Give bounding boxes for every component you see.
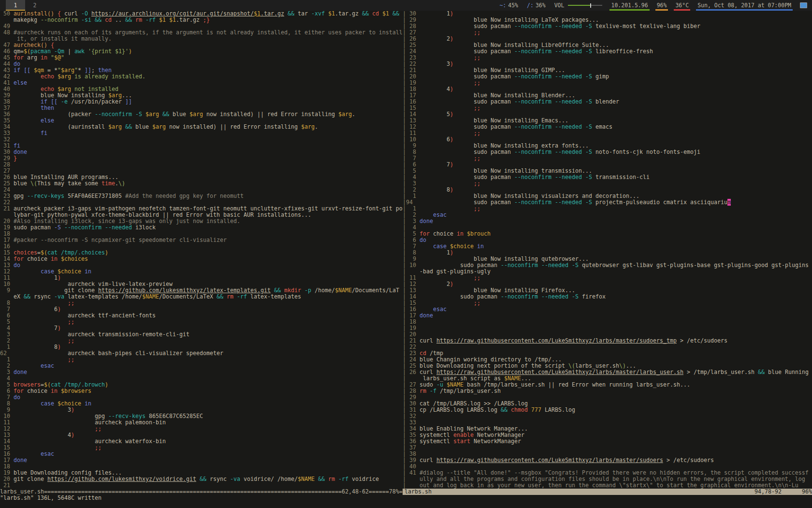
code-line: 3 done: [0, 369, 403, 375]
code-line: 7 ;;: [406, 155, 809, 162]
workspace-label: 1: [14, 2, 17, 9]
code-line: out and log back in as your new user, th…: [406, 482, 809, 489]
code-line: 36 systemctl start NetworkManager: [406, 438, 809, 445]
stat-root-usage: /: 36%: [527, 0, 546, 11]
code-line: 18: [406, 319, 809, 325]
code-line: 28: [0, 162, 403, 168]
stat-clock: Sun, Oct 08, 2017 at 07:00PM: [697, 0, 791, 11]
code-line: 31 cp /LARBS.log LARBS.log && chmod 777 …: [406, 407, 809, 413]
root-partition-icon: /:: [527, 2, 534, 9]
vim-right-pane-larbs.sh[interactable]: 30 1) 29 blue Now installing LaTeX packa…: [406, 11, 809, 489]
vim-command-line: "larbs.sh" 136L, 5648C written: [0, 495, 102, 501]
stat-temperature: 36°C: [675, 0, 689, 11]
code-line: 1 ;;: [0, 357, 403, 363]
home-partition-icon: ~:: [499, 2, 506, 9]
code-line: 29 }: [0, 155, 403, 162]
code-line: 17 done: [406, 313, 809, 319]
code-line: 16 esac: [0, 451, 403, 457]
code-line: 42 echo $arg is already installed.: [0, 74, 403, 80]
code-line: 2 esac: [406, 212, 809, 218]
code-line: 38 if [[ -e /usr/bin/packer ]]: [0, 99, 403, 105]
code-line: 1 ;;: [406, 206, 809, 212]
code-line: 37: [406, 445, 809, 451]
code-line: 33 fi: [0, 130, 403, 136]
code-line: 6 for choice in $browsers: [0, 388, 403, 394]
statusline-ruler: 94,78-92: [754, 489, 782, 495]
statusline-percent: 96%: [802, 489, 812, 495]
code-line: 45 for arg in "$@": [0, 55, 403, 61]
tray-network-monitor-icon[interactable]: [800, 2, 807, 8]
stat-home-usage: ~: 45%: [499, 0, 518, 11]
code-line: 39 curl https://raw.githubusercontent.co…: [406, 457, 809, 463]
code-line: 11 ;;: [406, 275, 809, 281]
volume-gauge-track: [591, 5, 602, 6]
statusline-active-larbs.sh[interactable]: larbs.sh 94,78-92 96%: [403, 489, 812, 495]
code-line: makepkg --noconfirm -si && cd .. && rm -…: [0, 17, 403, 23]
code-line: 15 ;;: [406, 300, 809, 306]
code-line: 32: [0, 136, 403, 143]
workspace-switcher: 1 2: [6, 0, 44, 11]
code-line: 30 done: [0, 149, 403, 155]
code-line: it, or installs it manually.: [0, 36, 403, 42]
code-line: 3 ;;: [406, 180, 809, 187]
workspace-button-1[interactable]: 1: [6, 0, 25, 11]
code-line: 22: [406, 344, 809, 350]
code-line: 19 ;;: [406, 80, 809, 86]
code-line: 19: [406, 325, 809, 331]
code-line: 34 (aurinstall $arg && blue $arg now ins…: [0, 124, 403, 130]
code-line: 15 ;;: [406, 105, 809, 111]
stat-ip-address: 10.201.5.96: [611, 0, 648, 11]
code-line: 3 done: [406, 218, 809, 224]
vim-vertical-separator[interactable]: | | | | | | | | | | | | | | | | | | | | …: [403, 11, 406, 489]
code-line: 23 ;;: [406, 55, 809, 61]
code-line: 11 ;;: [406, 130, 809, 136]
code-line: 17 done: [0, 457, 403, 463]
code-line: 31 fi: [0, 143, 403, 149]
workspace-button-2[interactable]: 2: [25, 0, 44, 11]
code-line: 23 gpg --recv-keys 5FAF0A6EE7371805 #Add…: [0, 193, 403, 199]
terminal: 50 aurinstall() { curl -O https://aur.ar…: [0, 11, 812, 508]
code-line: 15 ;;: [0, 445, 403, 451]
system-stats: ~: 45% /: 36% VOL 10.201.5.96 96% 36°C: [499, 0, 807, 11]
code-line: 36 (packer --noconfirm -S $arg && blue $…: [0, 111, 403, 118]
stat-volume: VOL: [554, 0, 603, 11]
code-line: 28 rm -f /tmp/larbs_user.sh: [406, 388, 809, 394]
code-line: 2 esac: [0, 363, 403, 369]
code-line: 17 #packer --noconfirm -S ncpamixer-git …: [0, 237, 403, 243]
code-line: 7 case $choice in: [406, 243, 809, 250]
code-line: 27 ;;: [406, 30, 809, 36]
code-line: 21 curl https://raw.githubusercontent.co…: [406, 338, 809, 344]
code-line: 25 blue \(This may take some time.\): [0, 180, 403, 187]
workspace-label: 2: [33, 2, 37, 9]
code-line: 19 sudo pacman -S --noconfirm --needed i…: [0, 224, 403, 231]
volume-gauge: [568, 0, 602, 11]
code-line: 20 git clone https://github.com/lukesmit…: [0, 476, 403, 482]
stat-battery: 96%: [657, 0, 667, 11]
code-line: 14 for choice in $choices: [0, 256, 403, 262]
code-line: 16 esac: [406, 306, 809, 313]
volume-gauge-fill: [568, 5, 590, 6]
statusline-filename: larbs.sh: [405, 489, 432, 495]
text-cursor: m: [727, 199, 731, 206]
status-bar: 1 2 ~: 45% /: 36% VOL 10.201.5.96: [0, 0, 812, 11]
code-line: 32: [406, 413, 809, 419]
code-line: 5 for choice in $brouch: [406, 231, 809, 237]
vim-left-pane-larbs_user.sh[interactable]: 50 aurinstall() { curl -O https://aur.ar…: [0, 11, 403, 489]
